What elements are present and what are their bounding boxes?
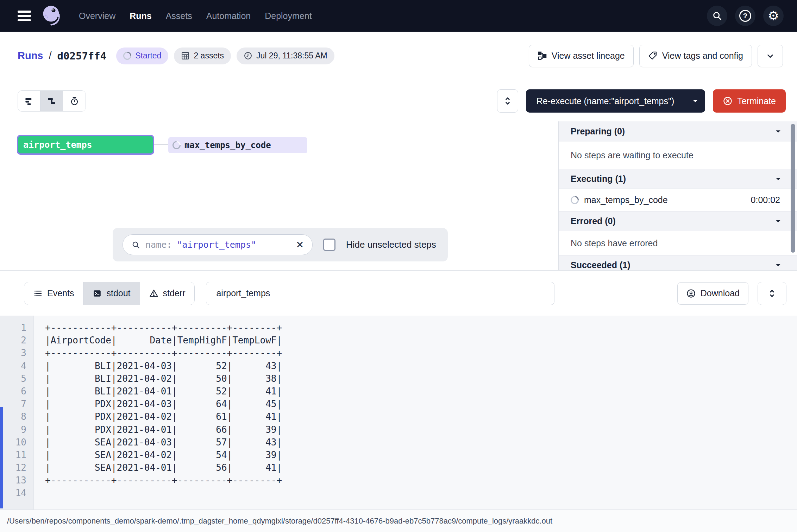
hamburger-menu-icon[interactable] — [18, 11, 31, 21]
gantt-waterfall-icon — [47, 96, 56, 106]
status-badge: Started — [116, 48, 168, 64]
download-icon — [686, 289, 696, 298]
view-waterfall-button[interactable] — [40, 91, 63, 111]
section-title: Executing (1) — [571, 174, 626, 184]
download-label: Download — [701, 288, 740, 298]
log-actions: Download — [677, 282, 786, 305]
tab-label: stderr — [163, 288, 186, 298]
zoom-control-button[interactable] — [497, 89, 518, 113]
executing-step-row[interactable]: max_temps_by_code 0:00:02 — [559, 189, 797, 211]
log-line: +-----------+----------+---------+------… — [45, 474, 282, 487]
search-button[interactable] — [707, 6, 727, 26]
spinner-icon — [121, 50, 133, 62]
section-errored[interactable]: Errored (0) — [559, 211, 797, 231]
log-step-selector[interactable]: airport_temps — [206, 282, 554, 305]
tab-stderr[interactable]: stderr — [140, 282, 195, 305]
re-execute-dropdown[interactable] — [685, 89, 705, 113]
gear-icon: ⚙ — [768, 10, 779, 22]
settings-button[interactable]: ⚙ — [763, 6, 784, 26]
breadcrumb-runs-link[interactable]: Runs — [18, 50, 43, 62]
log-line: | PDX|2021-04-01| 66| 39| — [45, 423, 282, 436]
nav-item-automation[interactable]: Automation — [206, 11, 251, 21]
clock-icon — [244, 51, 252, 60]
line-number: 5 — [0, 372, 33, 385]
tab-label: Events — [47, 288, 74, 298]
log-scrollbar[interactable] — [0, 407, 3, 508]
gantt-flat-icon — [24, 96, 34, 106]
filter-prefix: name: — [145, 240, 172, 250]
panel-scrollbar[interactable] — [791, 124, 795, 253]
step-filter-input[interactable]: name: "airport_temps" ✕ — [123, 234, 313, 255]
gantt-toolbar: Re-execute (name:"airport_temps") Termin… — [0, 81, 797, 121]
log-line: | PDX|2021-04-03| 64| 45| — [45, 398, 282, 410]
run-actions: Re-execute (name:"airport_temps") Termin… — [497, 89, 786, 113]
gantt-view-toggle — [18, 90, 86, 112]
expand-log-button[interactable] — [758, 282, 786, 305]
help-icon: ? — [739, 10, 751, 22]
timestamp-badge: Jul 29, 11:38:55 AM — [237, 48, 334, 64]
help-button[interactable]: ? — [735, 6, 755, 26]
log-footer: /Users/ben/repos/components_demo/spark-d… — [0, 509, 797, 532]
view-flat-button[interactable] — [18, 91, 40, 111]
terminate-button[interactable]: Terminate — [713, 89, 786, 113]
log-file-path: /Users/ben/repos/components_demo/spark-d… — [7, 517, 552, 526]
section-executing[interactable]: Executing (1) — [559, 169, 797, 189]
dagster-logo-icon[interactable] — [41, 5, 63, 27]
search-icon — [712, 11, 722, 21]
log-line: | SEA|2021-04-02| 54| 39| — [45, 449, 282, 461]
log-step-selector-value: airport_temps — [216, 288, 270, 298]
view-asset-lineage-button[interactable]: View asset lineage — [529, 45, 634, 67]
hide-unselected-label[interactable]: Hide unselected steps — [346, 239, 436, 250]
cancel-circle-icon — [723, 96, 733, 106]
status-badge-label: Started — [135, 51, 161, 61]
preparing-empty-text: No steps are waiting to execute — [559, 141, 797, 169]
dagster-run-page: Overview Runs Assets Automation Deployme… — [0, 0, 797, 532]
gantt-edge — [154, 144, 168, 145]
section-succeeded[interactable]: Succeeded (1) — [559, 255, 797, 270]
download-button[interactable]: Download — [677, 282, 748, 305]
log-line: | SEA|2021-04-03| 57| 43| — [45, 436, 282, 449]
caret-down-icon — [775, 176, 782, 182]
step-elapsed-time: 0:00:02 — [751, 195, 780, 205]
section-title: Succeeded (1) — [571, 260, 630, 270]
more-actions-button[interactable] — [758, 45, 783, 67]
top-nav: Overview Runs Assets Automation Deployme… — [0, 0, 797, 32]
view-timing-button[interactable] — [63, 91, 86, 111]
clear-filter-icon[interactable]: ✕ — [296, 239, 304, 251]
nav-item-deployment[interactable]: Deployment — [265, 11, 312, 21]
gantt-chart: airport_temps max_temps_by_code name: "a… — [0, 121, 558, 270]
spinner-icon — [171, 139, 182, 151]
re-execute-label[interactable]: Re-execute (name:"airport_temps") — [526, 89, 685, 113]
nav-item-runs[interactable]: Runs — [130, 11, 152, 21]
filter-value: "airport_temps" — [177, 240, 256, 250]
line-number: 4 — [0, 360, 33, 372]
caret-down-icon — [775, 218, 782, 224]
line-number: 12 — [0, 461, 33, 474]
nav-item-overview[interactable]: Overview — [79, 11, 115, 21]
run-badges: Started 2 assets Jul 29, 11:38:55 AM — [116, 48, 334, 64]
section-title: Preparing (0) — [571, 126, 625, 137]
errored-empty-text: No steps have errored — [559, 231, 797, 255]
top-nav-actions: ? ⚙ — [707, 6, 784, 26]
gantt-node-airport-temps[interactable]: airport_temps — [17, 135, 154, 155]
steps-panel: Preparing (0) No steps are waiting to ex… — [558, 121, 797, 270]
assets-badge[interactable]: 2 assets — [174, 48, 231, 64]
tab-events[interactable]: Events — [24, 282, 83, 305]
nav-item-assets[interactable]: Assets — [166, 11, 192, 21]
main-nav: Overview Runs Assets Automation Deployme… — [79, 11, 312, 21]
view-tags-config-label: View tags and config — [662, 51, 743, 61]
section-preparing[interactable]: Preparing (0) — [559, 121, 797, 141]
lineage-icon — [538, 51, 547, 61]
log-line-numbers: 1234567891011121314 — [0, 316, 34, 509]
line-number: 6 — [0, 385, 33, 398]
caret-down-icon — [775, 128, 782, 135]
terminate-label: Terminate — [737, 96, 776, 106]
re-execute-button[interactable]: Re-execute (name:"airport_temps") — [526, 89, 705, 113]
hide-unselected-checkbox[interactable] — [323, 239, 335, 251]
line-number: 2 — [0, 334, 33, 347]
log-content: +-----------+----------+---------+------… — [34, 316, 282, 509]
tab-stdout[interactable]: stdout — [83, 282, 140, 305]
gantt-node-max-temps-by-code[interactable]: max_temps_by_code — [168, 137, 307, 153]
view-tags-config-button[interactable]: View tags and config — [639, 45, 752, 67]
chevron-down-icon — [766, 51, 775, 61]
